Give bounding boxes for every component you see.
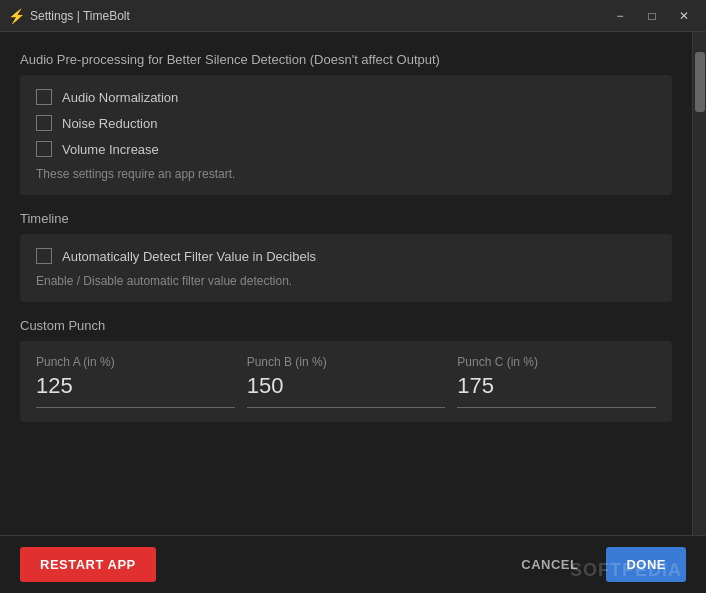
punch-a-underline	[36, 407, 235, 408]
scroll-area[interactable]: Audio Pre-processing for Better Silence …	[0, 32, 692, 535]
auto-detect-checkbox[interactable]	[36, 248, 52, 264]
punch-c-label: Punch C (in %)	[457, 355, 656, 369]
audio-note: These settings require an app restart.	[36, 167, 656, 181]
punch-c-underline	[457, 407, 656, 408]
cancel-button[interactable]: CANCEL	[509, 549, 590, 580]
punch-b-col: Punch B (in %) 150	[247, 355, 446, 408]
scrollbar-track[interactable]	[692, 32, 706, 535]
noise-red-checkbox[interactable]	[36, 115, 52, 131]
noise-red-label: Noise Reduction	[62, 116, 157, 131]
timeline-note: Enable / Disable automatic filter value …	[36, 274, 656, 288]
auto-detect-label: Automatically Detect Filter Value in Dec…	[62, 249, 316, 264]
punch-b-value: 150	[247, 373, 446, 399]
punch-c-value: 175	[457, 373, 656, 399]
footer-right: CANCEL DONE	[509, 547, 686, 582]
minimize-button[interactable]: −	[606, 6, 634, 26]
footer: RESTART APP CANCEL DONE	[0, 535, 706, 593]
punch-a-label: Punch A (in %)	[36, 355, 235, 369]
app-icon: ⚡	[8, 8, 24, 24]
punch-a-col: Punch A (in %) 125	[36, 355, 235, 408]
title-bar-controls: − □ ✕	[606, 6, 698, 26]
custom-punch-section-label: Custom Punch	[20, 318, 672, 333]
punch-b-underline	[247, 407, 446, 408]
scrollbar-thumb[interactable]	[695, 52, 705, 112]
vol-inc-checkbox[interactable]	[36, 141, 52, 157]
vol-inc-row: Volume Increase	[36, 141, 656, 157]
maximize-button[interactable]: □	[638, 6, 666, 26]
custom-punch-panel: Punch A (in %) 125 Punch B (in %) 150 Pu…	[20, 341, 672, 422]
noise-red-row: Noise Reduction	[36, 115, 656, 131]
punch-b-label: Punch B (in %)	[247, 355, 446, 369]
close-button[interactable]: ✕	[670, 6, 698, 26]
vol-inc-label: Volume Increase	[62, 142, 159, 157]
title-bar: ⚡ Settings | TimeBolt − □ ✕	[0, 0, 706, 32]
title-bar-left: ⚡ Settings | TimeBolt	[8, 8, 130, 24]
audio-norm-row: Audio Normalization	[36, 89, 656, 105]
window-title: Settings | TimeBolt	[30, 9, 130, 23]
done-button[interactable]: DONE	[606, 547, 686, 582]
audio-norm-checkbox[interactable]	[36, 89, 52, 105]
audio-norm-label: Audio Normalization	[62, 90, 178, 105]
timeline-panel: Automatically Detect Filter Value in Dec…	[20, 234, 672, 302]
punch-a-value: 125	[36, 373, 235, 399]
main-content: Audio Pre-processing for Better Silence …	[0, 32, 706, 535]
audio-section-label: Audio Pre-processing for Better Silence …	[20, 52, 672, 67]
restart-app-button[interactable]: RESTART APP	[20, 547, 156, 582]
audio-panel: Audio Normalization Noise Reduction Volu…	[20, 75, 672, 195]
punch-c-col: Punch C (in %) 175	[457, 355, 656, 408]
timeline-section-label: Timeline	[20, 211, 672, 226]
auto-detect-row: Automatically Detect Filter Value in Dec…	[36, 248, 656, 264]
